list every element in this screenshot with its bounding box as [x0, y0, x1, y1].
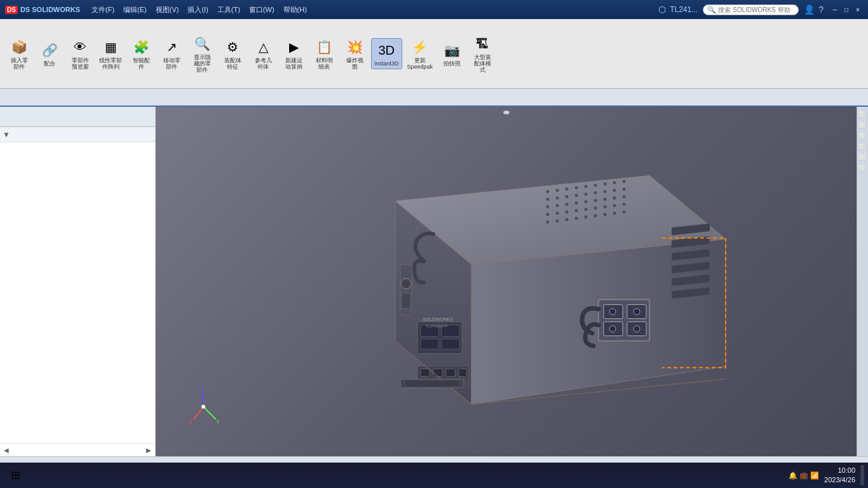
ribbon-tools-area: 📦 插入零部件 🔗 配合 👁 零部件预览窗 ▦ 线性零部件阵列 🧩 智能配件 ↗…	[0, 19, 868, 88]
menu-item-e[interactable]: 编辑(E)	[119, 4, 151, 16]
svg-point-32	[565, 210, 568, 214]
tool-移动零部件[interactable]: ↗ 移动零部件	[158, 36, 186, 72]
svg-point-23	[565, 203, 568, 206]
svg-text:X: X	[189, 419, 193, 425]
tool-instant3d[interactable]: 3D Instant3D	[371, 38, 402, 69]
tool-label: 新建运动算例	[285, 58, 302, 71]
svg-point-34	[584, 208, 587, 211]
tool-icon: 📋	[314, 37, 334, 57]
tool-label: 装配体特征	[224, 58, 241, 71]
svg-point-46	[613, 212, 616, 215]
tool-配合[interactable]: 🔗 配合	[36, 39, 64, 69]
svg-point-14	[565, 195, 568, 198]
svg-point-88	[201, 405, 205, 409]
right-panel-icon-2[interactable]: ⬜	[858, 120, 867, 129]
app-name: DS SOLIDWORKS	[20, 6, 80, 13]
svg-point-12	[546, 198, 549, 201]
scroll-right-icon[interactable]: ▶	[145, 445, 153, 455]
tool-icon: 3D	[376, 40, 397, 60]
feature-tree	[0, 142, 155, 444]
tool-智能配件[interactable]: 🧩 智能配件	[127, 36, 155, 72]
taskbar-clock: 10:00 2023/4/26	[824, 466, 855, 485]
menu-item-w[interactable]: 窗口(W)	[245, 4, 278, 16]
tool-icon: ⚡	[410, 37, 430, 57]
tool-大型装配体模式[interactable]: 🏗 大型装配体模式	[468, 32, 496, 75]
tool-更新speedpak[interactable]: ⚡ 更新Speedpak	[405, 36, 436, 72]
tool-icon: △	[253, 37, 273, 57]
taskbar-right: 🔔 💼 📶 10:00 2023/4/26	[789, 465, 864, 485]
nav-icon[interactable]: ⬡	[658, 4, 666, 15]
tool-爆炸视图[interactable]: 💥 爆炸视图	[341, 36, 369, 72]
svg-point-6	[574, 186, 578, 189]
menu-item-h[interactable]: 帮助(H)	[280, 4, 311, 16]
user-icon[interactable]: 👤	[804, 4, 815, 15]
model-svg: SOLIDWORKS TL24100LFP	[319, 138, 764, 424]
close-button[interactable]: ×	[853, 4, 863, 15]
search-input[interactable]	[718, 6, 794, 13]
tool-icon: ▦	[100, 37, 121, 57]
svg-point-20	[622, 187, 625, 191]
svg-point-27	[603, 198, 606, 201]
help-icon[interactable]: ?	[818, 4, 824, 15]
panel-tab-icons	[0, 107, 155, 127]
search-box[interactable]: 🔍	[703, 4, 799, 15]
tool-材料明细表[interactable]: 📋 材料明细表	[310, 36, 338, 72]
svg-point-22	[555, 204, 559, 207]
show-desktop-button[interactable]	[860, 465, 864, 485]
menu-item-v[interactable]: 视图(V)	[152, 4, 183, 16]
svg-point-11	[622, 180, 625, 183]
menu-item-i[interactable]: 插入(I)	[184, 4, 212, 16]
tool-显示隐藏的零部件[interactable]: 🔍 显示隐藏的零部件	[188, 32, 216, 75]
tool-零部件预览窗[interactable]: 👁 零部件预览窗	[66, 36, 94, 72]
svg-point-31	[555, 212, 559, 215]
svg-rect-64	[433, 369, 442, 377]
3d-viewport[interactable]: SOLIDWORKS TL24100LFP X Y Z	[156, 107, 857, 456]
svg-point-5	[565, 187, 568, 191]
menu-item-t[interactable]: 工具(T)	[214, 4, 244, 16]
right-panel-icon-5[interactable]: ⬜	[858, 152, 867, 161]
tool-label: 更新Speedpak	[407, 58, 433, 71]
svg-point-28	[613, 196, 616, 200]
svg-point-25	[584, 200, 587, 203]
feature-tree-panel: ▼ ◀ ▶	[0, 107, 156, 456]
tool-拍快照[interactable]: 📷 拍快照	[438, 39, 466, 69]
tool-线性零部件阵列[interactable]: ▦ 线性零部件阵列	[97, 36, 125, 72]
svg-point-39	[546, 220, 549, 224]
right-panel-icon-4[interactable]: ⬜	[858, 142, 867, 151]
svg-text:Z: Z	[200, 384, 204, 391]
clock-date: 2023/4/26	[824, 475, 855, 485]
right-panel: ⬜ ⬜ ⬜ ⬜ ⬜ ⬜	[857, 107, 868, 456]
svg-point-33	[574, 209, 578, 212]
tool-插入零部件[interactable]: 📦 插入零部件	[5, 36, 33, 72]
tool-icon: 🧩	[131, 37, 151, 57]
main-area: ▼ ◀ ▶	[0, 107, 868, 456]
tool-label: 配合	[44, 61, 55, 67]
filter-bar: ▼	[0, 127, 155, 142]
filter-icon[interactable]: ▼	[3, 130, 10, 139]
right-panel-icon-1[interactable]: ⬜	[858, 109, 867, 118]
svg-point-9	[603, 182, 606, 186]
tool-新建运动算例[interactable]: ▶ 新建运动算例	[280, 36, 308, 72]
tool-icon: 🔍	[192, 34, 212, 54]
ribbon-toolbar: 📦 插入零部件 🔗 配合 👁 零部件预览窗 ▦ 线性零部件阵列 🧩 智能配件 ↗…	[0, 19, 868, 89]
start-button[interactable]: ⊞	[4, 465, 27, 485]
tab-bar	[0, 89, 868, 107]
minimize-button[interactable]: ─	[830, 4, 840, 15]
right-panel-icon-3[interactable]: ⬜	[858, 131, 867, 140]
svg-point-35	[593, 207, 597, 210]
svg-point-74	[634, 309, 640, 315]
3d-model: SOLIDWORKS TL24100LFP	[319, 138, 764, 426]
right-panel-icon-6[interactable]: ⬜	[858, 163, 867, 172]
tool-装配体特征[interactable]: ⚙ 装配体特征	[219, 36, 247, 72]
tool-icon: 🔗	[39, 40, 60, 60]
clock-time: 10:00	[824, 466, 855, 475]
tool-icon: ▶	[283, 37, 304, 57]
svg-rect-56	[402, 294, 410, 309]
tool-label: 插入零部件	[11, 58, 28, 71]
scroll-left-icon[interactable]: ◀	[3, 445, 10, 455]
menu-item-f[interactable]: 文件(F)	[88, 4, 118, 16]
maximize-button[interactable]: □	[841, 4, 851, 15]
svg-point-72	[609, 309, 616, 315]
svg-point-36	[603, 205, 606, 208]
tool-参考几何体[interactable]: △ 参考几何体	[249, 36, 277, 72]
